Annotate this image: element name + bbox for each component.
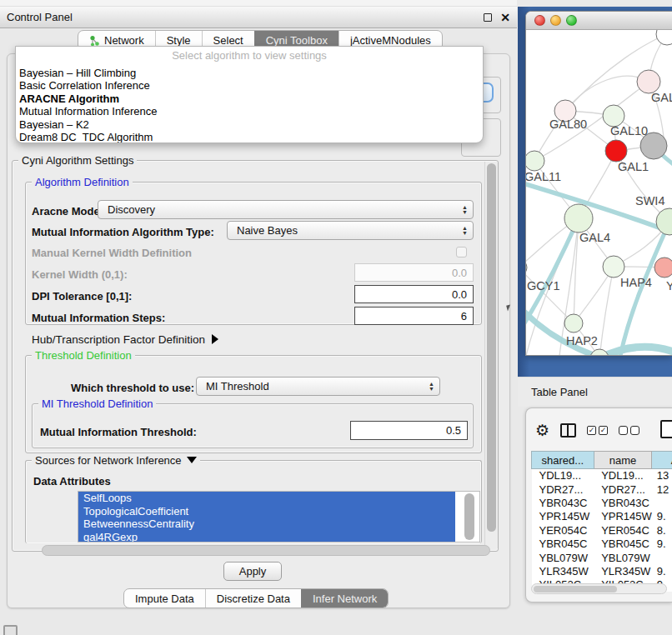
attribute-list[interactable]: SelfLoopsTopologicalCoefficientBetweenne… (78, 491, 480, 542)
which-threshold-select[interactable]: MI Threshold ▲▼ (196, 377, 440, 396)
table-hscroll-thumb[interactable] (534, 586, 617, 592)
dpi-tolerance-field[interactable]: 0.0 (354, 285, 474, 303)
tab-label: Infer Network (313, 592, 377, 605)
spinner-arrows-icon: ▲▼ (462, 205, 468, 214)
column-layout-icon[interactable] (560, 423, 576, 438)
tab-discretize-data[interactable]: Discretize Data (205, 589, 301, 608)
data-attributes-label: Data Attributes (33, 475, 111, 488)
sources-title-label: Sources for Network Inference (35, 454, 182, 467)
table-cell: 13 (652, 469, 672, 482)
hub-definition-label: Hub/Transcription Factor Definition (32, 333, 205, 346)
select-all-checkboxes-icon[interactable]: ✓✓ (587, 426, 608, 435)
network-node-gal11[interactable] (526, 151, 544, 171)
tab-impute-data[interactable]: Impute Data (124, 589, 205, 608)
table-row[interactable]: YLR345WYLR345W9. (532, 564, 672, 578)
table-row[interactable]: YDL19...YDL19...13 (532, 469, 672, 482)
network-node-gal7[interactable] (637, 70, 660, 93)
float-window-icon[interactable] (484, 13, 492, 22)
table-row[interactable]: YBR045CYBR045C9. (532, 537, 672, 550)
network-node[interactable] (656, 30, 672, 45)
algorithm-option[interactable]: Bayesian – K2 (16, 118, 483, 131)
table-cell: YDR27... (532, 482, 594, 496)
tab-label: Impute Data (135, 592, 194, 605)
table-cell: YER054C (532, 523, 594, 537)
aracne-mode-value: Discovery (108, 203, 462, 216)
close-traffic-light-icon[interactable] (534, 15, 545, 26)
expanded-arrow-icon (187, 457, 197, 463)
settings-hscroll-thumb[interactable] (42, 545, 490, 556)
document-icon[interactable] (660, 420, 672, 438)
sources-title[interactable]: Sources for Network Inference (32, 454, 200, 467)
table-panel-title: Table Panel (531, 386, 588, 398)
kernel-width-field[interactable]: 0.0 (354, 263, 474, 282)
network-canvas[interactable]: GAL7GAL80GAL10GAL1GAL11SWI4GAL4GCY1HAP4Y… (526, 30, 672, 356)
deselect-all-checkboxes-icon[interactable] (619, 426, 639, 435)
node-label: GAL1 (618, 160, 649, 173)
control-panel-title: Control Panel (7, 11, 484, 23)
minimize-traffic-light-icon[interactable] (550, 15, 561, 26)
algorithm-option[interactable]: ARACNE Algorithm (16, 92, 483, 105)
zoom-traffic-light-icon[interactable] (566, 15, 577, 26)
column-header[interactable]: name (594, 452, 652, 469)
network-node-gcy1[interactable] (526, 259, 527, 276)
node-label: GAL80 (549, 118, 587, 131)
attribute-list-item[interactable]: BetweennessCentrality (78, 518, 455, 531)
manual-kernel-checkbox[interactable] (456, 247, 467, 258)
algorithm-dropdown-placeholder: Select algorithm to view settings (16, 47, 483, 65)
apply-button[interactable]: Apply (223, 562, 282, 581)
hub-definition-toggle[interactable]: Hub/Transcription Factor Definition (32, 333, 218, 346)
mi-threshold-field[interactable]: 0.5 (350, 421, 468, 440)
spinner-arrows-icon: ▲▼ (462, 226, 468, 235)
table-hscroll-track[interactable] (531, 583, 667, 594)
mi-steps-label: Mutual Information Steps: (32, 312, 165, 324)
attribute-list-item[interactable]: SelfLoops (78, 492, 455, 505)
tab-label: Cyni Toolbox (266, 34, 328, 47)
table-row[interactable]: YBL079WYBL079W (532, 551, 672, 564)
attribute-list-item[interactable]: gal4RGexp (78, 531, 455, 543)
tab-label: Select (213, 34, 243, 47)
gear-icon[interactable]: ⚙ (535, 422, 549, 438)
mi-type-select[interactable]: Naive Bayes ▲▼ (227, 221, 474, 240)
control-panel-titlebar: Control Panel ✕ (0, 7, 517, 28)
table-row[interactable]: YPR145WYPR145W9. (532, 510, 672, 523)
aracne-mode-select[interactable]: Discovery ▲▼ (98, 200, 474, 219)
algorithm-option[interactable]: Basic Correlation Inference (16, 79, 483, 92)
table-cell: YER054C (594, 523, 652, 537)
table-cell: YBL079W (594, 551, 652, 564)
algorithm-option[interactable]: Mutual Information Inference (16, 105, 483, 118)
network-node-gal4[interactable] (564, 204, 593, 232)
table-row[interactable]: YBR043CYBR043C (532, 496, 672, 509)
threshold-definition-title: Threshold Definition (32, 349, 135, 362)
node-label: GAL7 (651, 91, 672, 104)
table-row[interactable]: YDR27...YDR27...12 (532, 482, 672, 496)
tab-infer-network[interactable]: Infer Network (301, 589, 388, 608)
collapsed-arrow-icon (212, 334, 218, 344)
mi-threshold-label: Mutual Information Threshold: (40, 426, 197, 438)
network-node-swi4[interactable] (656, 208, 672, 235)
table-body: YDL19...YDL19...13YDR27...YDR27...12YBR0… (532, 469, 672, 592)
settings-vscroll-thumb[interactable] (487, 163, 496, 532)
network-node[interactable] (590, 349, 609, 356)
attribute-list-scrollbar[interactable] (464, 493, 474, 540)
screenshot-root: Control Panel ✕ NetworkStyleSelectCyni T… (0, 0, 672, 635)
algorithm-option[interactable]: Bayesian – Hill Climbing (16, 67, 483, 79)
network-icon (89, 35, 100, 47)
network-node-gal1[interactable] (605, 140, 627, 162)
network-node-y[interactable] (654, 258, 672, 278)
table-cell: YBR043C (594, 496, 652, 509)
attribute-list-item[interactable]: TopologicalCoefficient (78, 505, 455, 518)
close-icon[interactable]: ✕ (500, 13, 510, 22)
network-window-titlebar (526, 12, 672, 30)
network-node-hap2[interactable] (564, 314, 583, 332)
column-header[interactable]: A (652, 452, 672, 469)
bottom-tab-bar: Impute DataDiscretize DataInfer Network (123, 588, 389, 608)
node-label: GAL4 (579, 231, 610, 244)
table-row[interactable]: YER054CYER054C8. (532, 523, 672, 537)
docked-panel-icon[interactable] (3, 625, 18, 635)
table-panel-titlebar: Table Panel (518, 377, 672, 407)
algorithm-option[interactable]: Dream8 DC_TDC Algorithm (16, 131, 483, 143)
network-node-hap4[interactable] (603, 256, 624, 278)
column-header[interactable]: shared... (532, 452, 594, 469)
mi-steps-field[interactable]: 6 (354, 307, 474, 325)
table-cell (652, 551, 672, 564)
